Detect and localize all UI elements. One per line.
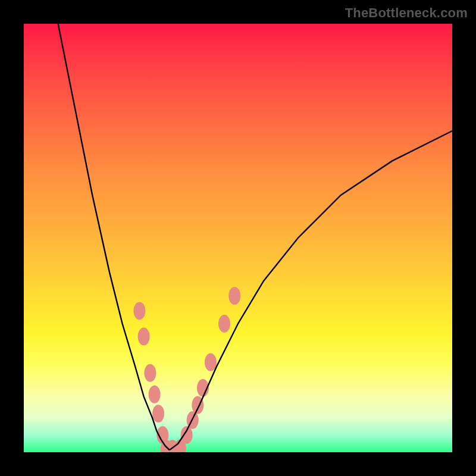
left-dot-1	[133, 302, 145, 320]
left-dot-3	[144, 364, 156, 382]
markers-group	[133, 287, 240, 452]
left-dot-5	[152, 405, 164, 422]
brand-label: TheBottleneck.com	[345, 5, 468, 21]
left-dot-4	[149, 386, 161, 403]
right-dot-1	[181, 426, 193, 444]
right-dot-6	[218, 315, 230, 333]
plot-area	[24, 24, 452, 452]
right-dot-5	[205, 353, 217, 371]
chart-svg	[24, 24, 452, 452]
right-dot-7	[228, 287, 240, 305]
chart-frame: TheBottleneck.com	[0, 0, 476, 476]
curve-right-arm	[170, 131, 452, 450]
left-dot-2	[138, 328, 150, 346]
